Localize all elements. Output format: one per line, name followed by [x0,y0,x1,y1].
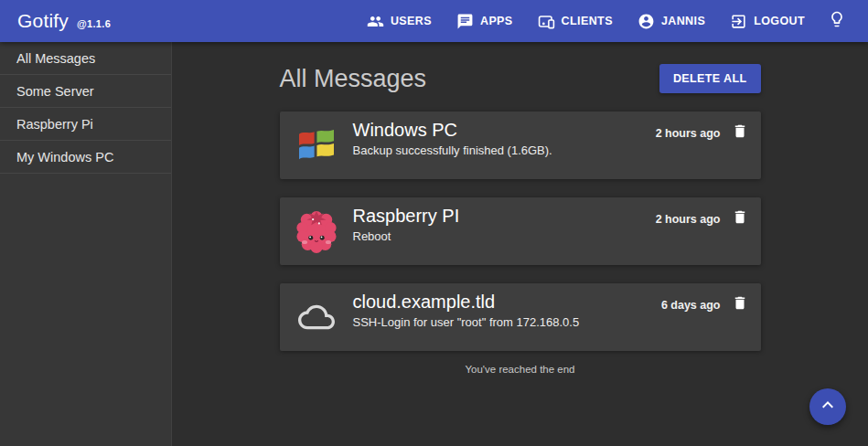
sidebar-item-raspberry-pi[interactable]: Raspberry Pi [0,108,171,141]
message-card: Windows PC Backup successfully finished … [280,112,761,179]
message-text: Windows PC Backup successfully finished … [353,112,656,158]
message-timestamp: 6 days ago [661,299,721,312]
sidebar-item-all-messages[interactable]: All Messages [0,42,171,75]
page-title: All Messages [280,65,427,93]
page-layout: All Messages Some Server Raspberry Pi My… [0,42,868,446]
message-meta: 6 days ago [661,283,749,316]
nav-logout-label: LOGOUT [754,15,805,27]
message-text: Raspberry PI Reboot [353,197,656,244]
top-navbar: Gotify @1.1.6 USERS APPS CLIENTS JANNIS … [0,0,868,42]
nav-apps-label: APPS [480,15,513,27]
nav-users-label: USERS [391,15,432,27]
trash-icon [732,122,748,143]
app-title: Gotify [17,10,69,32]
message-timestamp: 2 hours ago [656,213,721,226]
app-version: @1.1.6 [77,18,111,29]
message-title: cloud.example.tld [353,292,661,313]
content-header: All Messages DELETE ALL [280,64,761,93]
delete-message-button[interactable] [731,122,749,144]
theme-toggle-button[interactable] [828,10,846,32]
nav-user-account[interactable]: JANNIS [638,13,705,30]
scroll-to-top-button[interactable] [809,388,846,425]
message-timestamp: 2 hours ago [656,127,721,140]
devices-icon [538,13,555,30]
message-card: cloud.example.tld SSH-Login for user "ro… [280,283,761,351]
sidebar-item-label: Some Server [16,84,94,99]
raspberry-icon [295,208,338,254]
message-meta: 2 hours ago [656,112,749,144]
message-title: Raspberry PI [353,206,656,227]
nav-clients[interactable]: CLIENTS [538,13,613,30]
trash-icon [732,208,748,229]
trash-icon [732,294,748,315]
windows-logo-icon [295,128,338,163]
exit-to-app-icon [730,13,747,30]
delete-all-button[interactable]: DELETE ALL [659,64,761,93]
people-icon [367,13,384,30]
message-card: Raspberry PI Reboot 2 hours ago [280,197,761,265]
chat-icon [456,13,474,30]
message-title: Windows PC [353,120,656,141]
messages-content: All Messages DELETE ALL Windows PC Backu… [280,42,761,375]
sidebar: All Messages Some Server Raspberry Pi My… [0,42,172,446]
sidebar-item-label: All Messages [16,51,95,66]
cloud-icon [295,299,338,335]
nav-account-label: JANNIS [661,15,705,27]
chevron-up-icon [817,394,839,419]
main-area: All Messages DELETE ALL Windows PC Backu… [172,42,868,446]
sidebar-item-my-windows-pc[interactable]: My Windows PC [0,141,171,174]
message-body: Reboot [353,229,656,244]
sidebar-item-label: Raspberry Pi [16,117,93,132]
message-text: cloud.example.tld SSH-Login for user "ro… [353,283,661,330]
delete-message-button[interactable] [731,293,749,316]
navbar-menu: USERS APPS CLIENTS JANNIS LOGOUT [342,10,846,32]
delete-message-button[interactable] [731,207,749,230]
account-circle-icon [638,13,655,30]
nav-logout[interactable]: LOGOUT [730,13,805,30]
nav-users[interactable]: USERS [367,13,432,30]
message-body: SSH-Login for user "root" from 172.168.0… [353,315,661,330]
message-body: Backup successfully finished (1.6GB). [353,143,656,158]
nav-apps[interactable]: APPS [456,13,513,30]
sidebar-item-some-server[interactable]: Some Server [0,75,171,108]
nav-clients-label: CLIENTS [562,15,613,27]
message-meta: 2 hours ago [656,197,749,230]
end-of-list-text: You've reached the end [280,364,761,375]
app-brand[interactable]: Gotify @1.1.6 [17,10,111,32]
lightbulb-icon [828,10,846,32]
sidebar-item-label: My Windows PC [16,150,113,165]
